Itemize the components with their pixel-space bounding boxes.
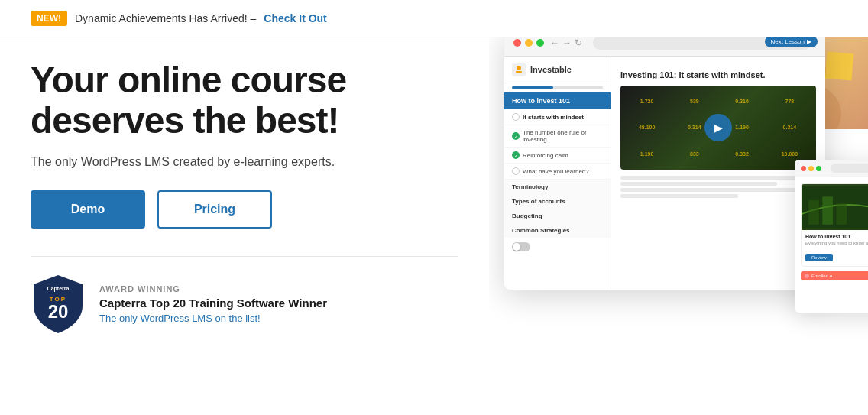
- svg-text:Capterra: Capterra: [47, 286, 70, 292]
- card-image: Enrolled: [802, 184, 868, 230]
- award-text: AWARD WINNING Capterra Top 20 Training S…: [99, 284, 327, 324]
- banner-text: Dynamic Achievements Has Arrived! –: [75, 12, 256, 24]
- section-divider: [31, 256, 458, 257]
- demo-button[interactable]: Demo: [31, 190, 145, 229]
- pricing-button[interactable]: Pricing: [157, 190, 272, 229]
- num-3: 0.316: [719, 89, 766, 114]
- small-maximize-dot: [816, 166, 821, 171]
- lesson-item-2[interactable]: ✓ The number one rule of investing.: [504, 125, 611, 148]
- lms-logo-text: Investable: [530, 65, 572, 74]
- lesson-label-2: The number one rule of investing.: [523, 129, 603, 143]
- text-line-3: [620, 188, 816, 192]
- num-4: 778: [766, 89, 813, 114]
- lesson-item-4[interactable]: What have you learned?: [504, 164, 611, 180]
- hero-title: Your online course deserves the best!: [31, 60, 458, 141]
- lesson-label-4: What have you learned?: [523, 168, 589, 175]
- num-5: 48.100: [623, 115, 670, 140]
- lms-main-content: Next Lesson ▶ Investing 101: It starts w…: [611, 57, 825, 289]
- content-text: [620, 176, 816, 198]
- cta-buttons: Demo Pricing: [31, 190, 458, 229]
- play-button[interactable]: ▶: [704, 114, 732, 141]
- card-body: How to invest 101 Everything you need to…: [802, 230, 868, 266]
- lms-course-title: How to invest 101: [504, 92, 611, 109]
- hero-subtitle: The only WordPress LMS created by e-lear…: [31, 155, 458, 169]
- award-subtitle: The only WordPress LMS on the list!: [99, 313, 327, 324]
- svg-point-5: [517, 66, 521, 70]
- course-card: Enrolled How to invest 101 Everything yo: [801, 183, 868, 267]
- refresh-icon: ↻: [575, 37, 582, 48]
- browser-nav: ← → ↻: [550, 37, 582, 48]
- section-budgeting[interactable]: Budgeting: [504, 209, 611, 223]
- num-9: 1.190: [623, 141, 670, 167]
- card-desc: Everything you need to know about invest…: [805, 241, 868, 245]
- lms-toggle[interactable]: [512, 242, 530, 251]
- lesson-label-3: Reinforcing calm: [523, 152, 568, 159]
- left-content: Your online course deserves the best! Th…: [0, 37, 489, 415]
- new-badge: NEW!: [31, 11, 67, 26]
- lesson-check-4: [512, 167, 520, 175]
- main-container: Your online course deserves the best! Th…: [0, 37, 868, 415]
- text-line-1: [620, 176, 816, 180]
- banner-link[interactable]: Check It Out: [264, 12, 326, 24]
- enrolled-tag: Enrolled ●: [801, 271, 868, 280]
- close-dot: [513, 39, 521, 47]
- content-title: Investing 101: It starts with mindset.: [620, 70, 816, 79]
- num-1: 1.720: [623, 89, 670, 114]
- num-2: 539: [671, 89, 717, 114]
- card-review-btn[interactable]: Review: [805, 254, 833, 261]
- forward-icon: →: [562, 37, 572, 48]
- enrolled-text: Enrolled ●: [811, 274, 832, 278]
- toggle-thumb: [513, 243, 520, 251]
- award-section: Capterra TOP 20 AWARD WINNING Capterra T…: [31, 274, 458, 335]
- award-title: Capterra Top 20 Training Software Winner: [99, 297, 327, 310]
- num-8: 0.314: [766, 115, 813, 140]
- svg-rect-8: [808, 200, 819, 225]
- num-11: 0.332: [719, 141, 766, 167]
- card-title: How to invest 101: [805, 234, 868, 239]
- lesson-label-1: It starts with mindset: [523, 114, 584, 121]
- small-close-dot: [801, 166, 806, 171]
- capterra-badge: Capterra TOP 20: [31, 274, 86, 335]
- minimize-dot: [525, 39, 533, 47]
- section-terminology[interactable]: Terminology: [504, 180, 611, 194]
- lesson-item-3[interactable]: ✓ Reinforcing calm: [504, 148, 611, 164]
- small-minimize-dot: [808, 166, 814, 171]
- small-browser-content: Enrolled How to invest 101 Everything yo: [795, 177, 868, 287]
- award-label: AWARD WINNING: [99, 284, 327, 293]
- lms-interface: Investable How to invest 101 It starts w…: [504, 57, 825, 289]
- small-window-controls: [801, 166, 821, 171]
- video-thumbnail[interactable]: 1.720 539 0.316 778 48.100 0.314 1.190 0…: [620, 86, 816, 170]
- section-types[interactable]: Types of accounts: [504, 194, 611, 209]
- browser-window-small: ↻ Enrolled: [795, 160, 868, 313]
- announcement-banner: NEW! Dynamic Achievements Has Arrived! –…: [0, 0, 868, 37]
- lesson-item-1[interactable]: It starts with mindset: [504, 109, 611, 125]
- small-browser-toolbar: ↻: [795, 160, 868, 177]
- enrolled-dot: [805, 274, 809, 278]
- svg-rect-10: [837, 203, 847, 224]
- browser-window-main: ← → ↻: [504, 37, 825, 290]
- small-url-bar: [831, 164, 868, 173]
- svg-rect-6: [516, 71, 522, 73]
- svg-text:20: 20: [48, 301, 69, 322]
- back-icon: ←: [550, 37, 559, 48]
- lesson-check-2: ✓: [512, 132, 520, 140]
- lms-sidebar: Investable How to invest 101 It starts w…: [504, 57, 611, 289]
- svg-rect-9: [822, 196, 833, 224]
- num-10: 833: [671, 141, 717, 167]
- section-strategies[interactable]: Common Strategies: [504, 223, 611, 238]
- text-line-4: [620, 194, 738, 198]
- window-controls: [513, 39, 544, 47]
- lesson-check-3: ✓: [512, 151, 520, 159]
- maximize-dot: [536, 39, 544, 47]
- text-line-2: [620, 182, 777, 186]
- right-visual: ← → ↻: [489, 37, 868, 415]
- lms-logo: Investable: [504, 57, 611, 83]
- lesson-check-1: [512, 113, 520, 121]
- logo-icon: [512, 63, 526, 76]
